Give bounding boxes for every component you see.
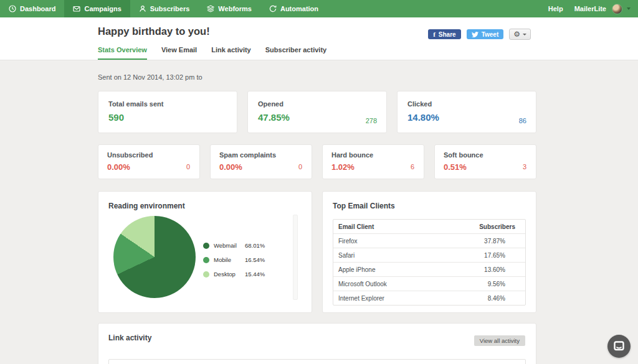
table-header-row: Top Links Unique clicks Total clicks (109, 360, 525, 364)
email-clients-table: Email Client Subscribers Firefox 37.87% … (333, 219, 526, 306)
chevron-down-icon[interactable] (627, 7, 631, 10)
nav-item-label: Subscribers (150, 5, 190, 12)
stat-value: 0.00% (107, 162, 191, 172)
legend-dot-mobile (203, 257, 209, 263)
tab-subscriber-activity[interactable]: Subscriber activity (265, 46, 326, 60)
share-label: Share (439, 31, 456, 38)
stat-count: 3 (523, 163, 526, 170)
stat-value: 0.51% (444, 162, 527, 172)
share-button[interactable]: f Share (428, 29, 460, 39)
nav-item-campaigns[interactable]: Campaigns (64, 0, 130, 17)
stat-card-soft-bounce: Soft bounce 0.51% 3 (434, 144, 536, 179)
stat-card-unsubscribed: Unsubscribed 0.00% 0 (98, 144, 200, 179)
header-actions: f Share Tweet ⚙ (428, 29, 531, 40)
tab-link-activity[interactable]: Link activity (211, 46, 251, 60)
link-activity-table: Top Links Unique clicks Total clicks (108, 359, 526, 364)
stat-label: Clicked (407, 100, 526, 108)
tab-stats-overview[interactable]: Stats Overview (98, 46, 147, 60)
legend-value: 16.54% (245, 256, 265, 263)
nav-item-automation[interactable]: Automation (260, 0, 327, 17)
panels-row: Reading environment Webmail 68.01% Mobil… (98, 191, 536, 313)
stat-label: Soft bounce (444, 151, 527, 159)
nav-item-subscribers[interactable]: Subscribers (130, 0, 199, 17)
nav-item-help[interactable]: Help (537, 0, 574, 17)
stat-card-clicked: Clicked 14.80% 86 (397, 91, 536, 133)
nav-item-dashboard[interactable]: Dashboard (0, 0, 64, 17)
table-row: Microsoft Outlook 9.56% (333, 276, 525, 291)
top-email-clients-panel: Top Email Clients Email Client Subscribe… (322, 191, 536, 313)
stat-card-opened: Opened 47.85% 278 (247, 91, 387, 133)
stat-label: Hard bounce (331, 151, 415, 159)
client-share: 37.87% (484, 238, 520, 245)
clock-icon (9, 5, 16, 12)
stat-label: Spam complaints (219, 151, 303, 159)
panel-scrollbar[interactable] (293, 215, 298, 300)
stat-card-spam-complaints: Spam complaints 0.00% 0 (210, 144, 312, 179)
nav-item-label: Dashboard (20, 5, 55, 12)
stat-card-total-sent: Total emails sent 590 (98, 91, 237, 133)
table-row: Safari 17.65% (333, 248, 525, 262)
campaign-tabs: Stats Overview View Email Link activity … (98, 46, 326, 60)
client-name: Internet Explorer (338, 295, 384, 302)
brand-label: MailerLite (574, 5, 606, 12)
primary-stats-row: Total emails sent 590 Opened 47.85% 278 … (98, 91, 536, 133)
top-nav: Dashboard Campaigns Subscribers Webforms… (0, 0, 638, 17)
client-share: 9.56% (488, 281, 520, 287)
legend-value: 68.01% (245, 242, 265, 249)
nav-item-label: Webforms (218, 5, 252, 12)
client-share: 13.60% (484, 266, 520, 273)
person-icon (139, 5, 146, 12)
legend-dot-webmail (203, 243, 209, 249)
stat-count: 0 (186, 163, 190, 170)
stat-count: 86 (519, 117, 526, 124)
stat-label: Total emails sent (108, 100, 227, 108)
legend-label: Mobile (214, 256, 240, 263)
envelope-icon (73, 5, 80, 12)
table-row: Internet Explorer 8.46% (333, 291, 525, 305)
stat-count: 0 (298, 163, 302, 170)
settings-dropdown-button[interactable]: ⚙ (509, 29, 531, 40)
tab-view-email[interactable]: View Email (161, 46, 197, 60)
view-all-activity-button[interactable]: View all activity (474, 335, 525, 346)
gear-icon: ⚙ (513, 30, 520, 39)
table-row: Apple iPhone 13.60% (333, 262, 525, 276)
user-avatar[interactable] (612, 4, 622, 14)
legend-value: 15.44% (245, 271, 265, 278)
stat-value: 14.80% (407, 112, 526, 123)
legend-item-webmail: Webmail 68.01% (203, 242, 265, 249)
nav-right: Help MailerLite (537, 0, 638, 17)
panel-title: Reading environment (108, 202, 302, 210)
legend-dot-desktop (203, 271, 209, 278)
stat-label: Unsubscribed (107, 151, 191, 159)
nav-item-label: Automation (280, 5, 318, 12)
main-content: Sent on 12 Nov 2014, 13:02 pm to Total e… (0, 60, 536, 364)
facebook-icon: f (433, 30, 436, 38)
client-share: 17.65% (484, 252, 520, 259)
client-name: Firefox (338, 238, 358, 245)
pie-legend: Webmail 68.01% Mobile 16.54% Desktop 15.… (203, 242, 265, 278)
column-header: Email Client (338, 223, 374, 230)
chevron-down-icon (523, 34, 526, 35)
campaign-header: Happy birthday to you! f Share Tweet ⚙ S… (0, 17, 638, 60)
reading-environment-panel: Reading environment Webmail 68.01% Mobil… (98, 191, 312, 313)
twitter-icon (472, 31, 478, 38)
panel-title: Link activity (108, 334, 526, 342)
nav-item-webforms[interactable]: Webforms (198, 0, 260, 17)
tweet-button[interactable]: Tweet (467, 29, 504, 39)
link-activity-panel: Link activity View all activity Top Link… (98, 323, 536, 364)
stat-value: 590 (108, 112, 227, 123)
legend-label: Webmail (214, 242, 240, 249)
tweet-label: Tweet (482, 31, 499, 38)
chat-launcher-button[interactable] (607, 335, 631, 358)
legend-item-desktop: Desktop 15.44% (203, 271, 265, 278)
stat-count: 6 (411, 163, 414, 170)
table-header-row: Email Client Subscribers (333, 220, 525, 233)
stat-value: 47.85% (258, 112, 376, 123)
client-name: Apple iPhone (338, 266, 376, 273)
table-row: Firefox 37.87% (333, 233, 525, 248)
client-name: Microsoft Outlook (338, 281, 387, 287)
client-share: 8.46% (488, 295, 520, 302)
stat-value: 1.02% (331, 162, 415, 172)
panel-title: Top Email Clients (333, 202, 526, 210)
secondary-stats-row: Unsubscribed 0.00% 0 Spam complaints 0.0… (98, 144, 536, 179)
